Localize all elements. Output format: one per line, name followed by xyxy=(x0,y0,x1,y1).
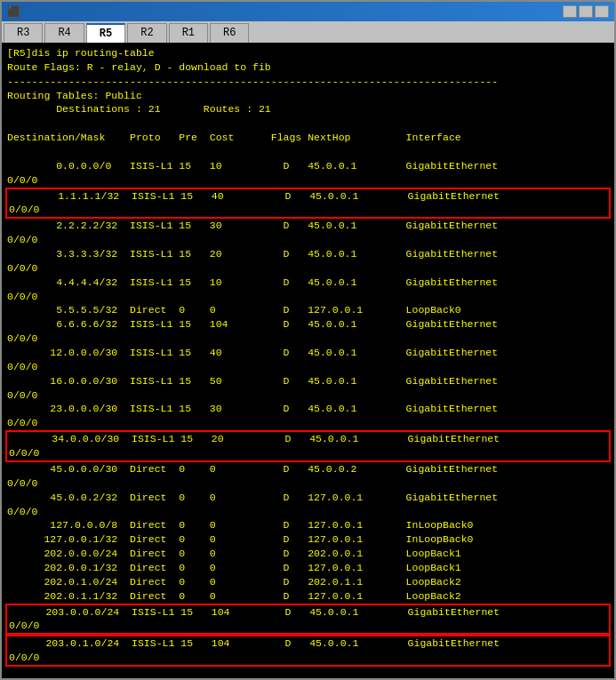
main-window: ⬛ R3 R4 R5 R2 R1 R6 [R5]dis ip routing-t… xyxy=(0,0,616,680)
tab-bar: R3 R4 R5 R2 R1 R6 xyxy=(2,21,614,43)
tab-R4[interactable]: R4 xyxy=(44,23,84,43)
title-bar: ⬛ xyxy=(2,2,614,21)
title-bar-left: ⬛ xyxy=(7,5,24,19)
minimize-button[interactable] xyxy=(563,5,577,18)
tab-R2[interactable]: R2 xyxy=(127,23,166,43)
maximize-button[interactable] xyxy=(579,5,593,18)
tab-R5[interactable]: R5 xyxy=(86,23,125,43)
tab-R3[interactable]: R3 xyxy=(4,23,43,43)
title-bar-controls xyxy=(563,5,609,18)
terminal-content[interactable]: [R5]dis ip routing-table Route Flags: R … xyxy=(2,43,614,678)
window-icon: ⬛ xyxy=(7,5,20,19)
close-button[interactable] xyxy=(595,5,609,18)
tab-R6[interactable]: R6 xyxy=(210,23,249,43)
tab-R1[interactable]: R1 xyxy=(169,23,208,43)
